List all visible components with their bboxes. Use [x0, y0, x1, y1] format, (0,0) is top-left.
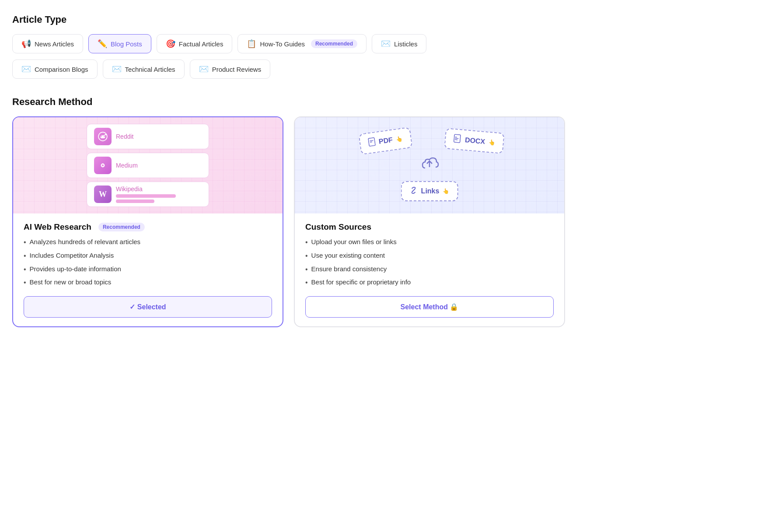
wikipedia-name: Wikipedia [116, 186, 202, 192]
factual-icon: 🎯 [166, 39, 175, 49]
ai-research-button-label: ✓ Selected [129, 303, 166, 311]
comparison-icon: ✉️ [21, 64, 31, 74]
ai-research-select-button[interactable]: ✓ Selected [24, 296, 272, 318]
ai-research-bullets: Analyzes hundreds of relevant articles I… [24, 238, 272, 287]
tag-how-to-guides[interactable]: 📋 How-To Guides Recommended [237, 34, 367, 53]
link-icon [410, 186, 418, 196]
links-file-card: Links 👆 [401, 181, 458, 201]
tag-comparison-blogs[interactable]: ✉️ Comparison Blogs [12, 60, 98, 79]
medium-source-card: Medium [87, 153, 209, 178]
ai-research-badge: Recommended [98, 223, 145, 231]
docx-label: DOCX [464, 136, 485, 146]
custom-sources-bullets: Upload your own files or links Use your … [305, 238, 554, 287]
ai-bullet-4: Best for new or broad topics [24, 278, 272, 287]
tag-comparison-label: Comparison Blogs [35, 66, 88, 73]
upload-cloud-icon [419, 155, 440, 176]
blog-icon: ✏️ [98, 39, 107, 49]
reddit-source-card: Reddit [87, 124, 209, 149]
pdf-hand-icon: 👆 [396, 136, 403, 143]
docx-file-card: DOCX 👆 [444, 128, 505, 154]
ai-research-content: AI Web Research Recommended Analyzes hun… [13, 214, 283, 326]
docx-hand-icon: 👆 [488, 139, 495, 146]
wikipedia-source-info: Wikipedia [116, 186, 202, 203]
file-cards-area: PDF 👆 DOCX 👆 [355, 126, 504, 205]
custom-bullet-2: Use your existing content [305, 252, 554, 261]
medium-icon [94, 157, 112, 174]
tag-howto-label: How-To Guides [260, 40, 305, 48]
research-method-title: Research Method [12, 96, 565, 108]
medium-source-info: Medium [116, 162, 202, 169]
docx-icon [453, 134, 462, 145]
tag-listicles-label: Listicles [394, 40, 417, 48]
research-method-section: Research Method [12, 96, 565, 327]
reddit-icon [94, 128, 112, 145]
pdf-icon [368, 137, 376, 148]
wikipedia-bar [116, 194, 176, 198]
svg-point-2 [101, 136, 102, 137]
tag-product-label: Product Reviews [212, 66, 262, 73]
custom-bullet-1: Upload your own files or links [305, 238, 554, 247]
wikipedia-source-card: W Wikipedia [87, 182, 209, 207]
svg-point-1 [101, 135, 105, 139]
wikipedia-icon: W [94, 186, 112, 203]
howto-badge: Recommended [311, 39, 357, 48]
reddit-name: Reddit [116, 133, 202, 140]
wikipedia-bar-2 [116, 200, 154, 203]
links-hand-icon: 👆 [443, 188, 449, 194]
tag-technical-articles[interactable]: ✉️ Technical Articles [103, 60, 185, 79]
custom-sources-content: Custom Sources Upload your own files or … [295, 214, 564, 326]
tag-news-label: News Articles [35, 40, 74, 48]
howto-icon: 📋 [247, 39, 256, 49]
listicles-icon: ✉️ [381, 39, 391, 49]
custom-bullet-4: Best for specific or proprietary info [305, 278, 554, 287]
article-type-title: Article Type [12, 14, 565, 25]
ai-web-research-card[interactable]: Reddit Medium [12, 116, 283, 327]
tag-factual-label: Factual Articles [179, 40, 223, 48]
tag-blog-label: Blog Posts [111, 40, 142, 48]
custom-sources-illustration: PDF 👆 DOCX 👆 [295, 117, 564, 214]
tag-blog-posts[interactable]: ✏️ Blog Posts [88, 34, 151, 53]
reddit-source-info: Reddit [116, 133, 202, 140]
custom-sources-card[interactable]: PDF 👆 DOCX 👆 [294, 116, 565, 327]
custom-sources-button-label: Select Method 🔒 [401, 303, 459, 311]
tag-product-reviews[interactable]: ✉️ Product Reviews [190, 60, 271, 79]
tag-factual-articles[interactable]: 🎯 Factual Articles [157, 34, 233, 53]
research-cards-grid: Reddit Medium [12, 116, 565, 327]
tag-technical-label: Technical Articles [125, 66, 175, 73]
links-label: Links [421, 187, 440, 195]
custom-sources-header: Custom Sources [305, 222, 554, 232]
custom-sources-select-button[interactable]: Select Method 🔒 [305, 296, 554, 318]
article-type-section: Article Type 📢 News Articles ✏️ Blog Pos… [12, 14, 565, 79]
article-tags-row-2: ✉️ Comparison Blogs ✉️ Technical Article… [12, 60, 565, 79]
svg-point-6 [102, 164, 104, 166]
custom-bullet-3: Ensure brand consistency [305, 265, 554, 274]
technical-icon: ✉️ [112, 64, 122, 74]
ai-research-illustration: Reddit Medium [13, 117, 283, 214]
source-cards-stack: Reddit Medium [87, 124, 209, 207]
product-icon: ✉️ [199, 64, 209, 74]
pdf-file-card: PDF 👆 [358, 127, 413, 155]
pdf-label: PDF [378, 136, 393, 146]
ai-bullet-3: Provides up-to-date information [24, 265, 272, 274]
ai-bullet-1: Analyzes hundreds of relevant articles [24, 238, 272, 247]
ai-bullet-2: Includes Competitor Analysis [24, 252, 272, 261]
news-icon: 📢 [21, 39, 31, 49]
ai-research-title: AI Web Research [24, 222, 91, 232]
svg-point-3 [104, 136, 105, 137]
article-tags-row-1: 📢 News Articles ✏️ Blog Posts 🎯 Factual … [12, 34, 565, 53]
medium-name: Medium [116, 162, 202, 169]
tag-listicles[interactable]: ✉️ Listicles [372, 34, 426, 53]
custom-sources-title: Custom Sources [305, 222, 371, 232]
tag-news-articles[interactable]: 📢 News Articles [12, 34, 83, 53]
ai-research-header: AI Web Research Recommended [24, 222, 272, 232]
